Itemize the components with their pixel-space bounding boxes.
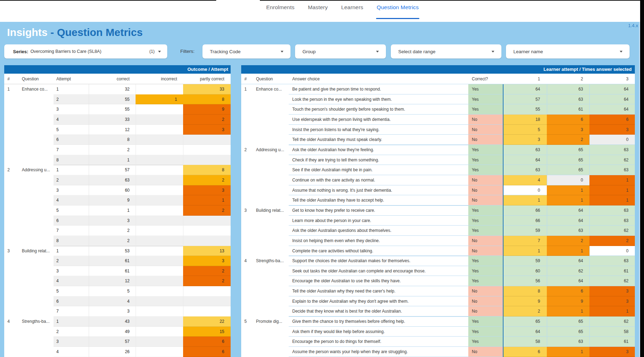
attempt-row: 25518 (54, 94, 231, 105)
group-filter[interactable]: Group (295, 44, 386, 59)
column-header-question[interactable]: Question (21, 74, 54, 84)
outcome-attempt-table-title: Outcome / Attempt (4, 65, 231, 74)
answer-row: Ask the older Australian how they're fee… (289, 145, 635, 155)
answer-row: Tell the older Australian they have to a… (289, 195, 635, 205)
attempt-3-count-cell: 63 (589, 165, 635, 175)
correct-badge: No (468, 195, 503, 205)
attempt-2-count-cell: 65 (547, 145, 589, 155)
column-header-correct[interactable]: Correct? (468, 74, 503, 84)
partly-correct-count-cell: 6 (183, 337, 231, 347)
attempt-2-count-cell: 64 (547, 256, 589, 266)
series-selector[interactable]: Series: Overcoming Barriers to Care (SL8… (4, 44, 167, 59)
tab-question-metrics[interactable]: Question Metrics (377, 0, 419, 22)
partly-correct-count-cell: 13 (183, 246, 231, 256)
learner-name-filter[interactable]: Learner name (506, 44, 630, 59)
correct-count-cell: 26 (89, 347, 136, 357)
attempt-1-count-cell: 6 (503, 347, 547, 357)
tracking-code-filter[interactable]: Tracking Code (202, 44, 290, 59)
attempt-1-count-cell: 1 (503, 195, 547, 205)
date-range-filter[interactable]: Select date range (391, 44, 501, 59)
attempt-3-count-cell: 3 (589, 286, 635, 296)
incorrect-count-cell (136, 165, 183, 175)
partly-correct-count-cell: 2 (183, 115, 231, 125)
attempt-cell: 2 (54, 175, 89, 185)
page-title: Insights - Question Metrics (7, 26, 143, 38)
filters-label: Filters: (180, 44, 195, 59)
attempt-1-count-cell: 65 (503, 316, 547, 327)
attempt-2-count-cell: 6 (547, 115, 589, 125)
incorrect-count-cell (136, 115, 183, 125)
question-title: Strengths-ba... (256, 256, 284, 266)
question-group: 2Addressing u...157826323603491512637282 (4, 165, 231, 246)
attempt-2-count-cell: 65 (547, 316, 589, 327)
correct-badge: Yes (468, 327, 503, 337)
column-header-num[interactable]: # (241, 74, 255, 84)
attempt-1-count-cell: 59 (503, 256, 547, 266)
attempt-3-count-cell: 3 (589, 125, 635, 135)
version-label: 1.4.x (628, 23, 638, 28)
answer-choice-cell: Encourage the person to do things for th… (289, 337, 468, 347)
answer-row: Check if they are trying to tell them so… (289, 155, 635, 165)
top-border-right (260, 0, 644, 1)
tab-learners[interactable]: Learners (341, 0, 363, 22)
question-number: 4 (241, 256, 256, 266)
answer-choice-cell: Touch the person's shoulder gently befor… (289, 104, 468, 115)
question-cell: 5Promote dig... (241, 316, 289, 357)
column-header-incorrect[interactable]: incorrect (136, 74, 183, 84)
attempt-1-count-cell: 64 (503, 327, 547, 337)
question-title: Building relat... (22, 246, 50, 256)
correct-badge: No (468, 246, 503, 256)
column-header-answer-choice[interactable]: Answer choice (289, 74, 468, 84)
correct-count-cell: 61 (89, 266, 136, 276)
date-range-filter-label: Select date range (398, 49, 436, 54)
answer-choice-cell: Get to know how they prefer to receive c… (289, 205, 468, 216)
tab-enrolments[interactable]: Enrolments (266, 0, 294, 22)
question-cell: 3Building relat... (4, 246, 54, 317)
report-canvas: 1.4.x Insights - Question Metrics Series… (0, 22, 644, 357)
incorrect-count-cell (136, 256, 183, 266)
column-header-attempt[interactable]: Attempt (54, 74, 89, 84)
incorrect-count-cell (136, 246, 183, 256)
correct-badge: Yes (468, 216, 503, 226)
attempt-cell: 5 (54, 125, 89, 135)
answer-row: Assume the person wants your help when t… (289, 347, 635, 357)
outcome-attempt-table-body: 1Enhance co...13233255183559433251236872… (4, 84, 231, 357)
answer-selection-table: Learner attempt / Times answer selected … (241, 65, 635, 357)
column-header-num[interactable]: # (4, 74, 21, 84)
answer-row: Insist on helping them even when they de… (289, 236, 635, 246)
incorrect-count-cell (136, 135, 183, 145)
correct-count-cell: 55 (89, 94, 136, 105)
question-title: Enhance co... (22, 84, 48, 94)
question-number: 3 (241, 205, 256, 216)
attempt-3-count-cell: 1 (589, 306, 635, 316)
attempt-1-count-cell: 64 (503, 155, 547, 165)
incorrect-count-cell (136, 125, 183, 135)
attempt-3-count-cell: 62 (589, 276, 635, 286)
answer-row: Ask them if they would like help before … (289, 327, 635, 337)
page-title-separator: - (50, 26, 57, 38)
group-filter-label: Group (302, 49, 316, 54)
attempt-cell: 2 (54, 256, 89, 266)
attempt-2-count-cell: 0 (547, 175, 589, 185)
attempt-cell: 7 (54, 306, 89, 316)
column-header-attempt-2[interactable]: 2 (547, 74, 589, 84)
column-header-partly-correct[interactable]: partly correct (183, 74, 231, 84)
column-header-attempt-3[interactable]: 3 (589, 74, 635, 84)
attempt-2-count-cell: 3 (547, 125, 589, 135)
correct-badge: Yes (468, 256, 503, 266)
attempt-1-count-cell: 66 (503, 205, 547, 216)
series-count: (1) (149, 49, 155, 54)
incorrect-count-cell (136, 185, 183, 196)
tab-mastery[interactable]: Mastery (308, 0, 328, 22)
partly-correct-count-cell: 3 (183, 256, 231, 266)
partly-correct-count-cell: 2 (183, 205, 231, 216)
column-header-correct[interactable]: correct (89, 74, 136, 84)
attempt-3-count-cell: 1 (589, 175, 635, 185)
column-header-attempt-1[interactable]: 1 (503, 74, 547, 84)
partly-correct-count-cell: 3 (183, 125, 231, 135)
correct-count-cell: 55 (89, 104, 136, 115)
question-title: Addressing u... (22, 165, 50, 175)
chevron-down-icon (620, 51, 623, 53)
attempt-3-count-cell: 62 (589, 226, 635, 236)
column-header-question[interactable]: Question (255, 74, 289, 84)
